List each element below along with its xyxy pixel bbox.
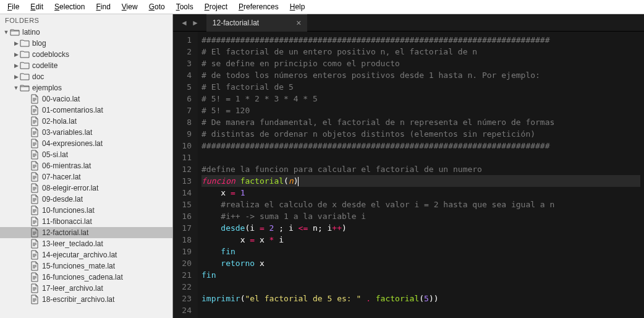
chevron-down-icon[interactable]: ▼ (12, 85, 20, 91)
folder-codeblocks[interactable]: ▶codeblocks (0, 49, 172, 60)
editor-area: ◄ ► 12-factorial.lat × 12345678910111213… (173, 14, 644, 318)
folder-tree: ▼latino▶blog▶codeblocks▶codelite▶doc▼eje… (0, 27, 172, 318)
tree-label: 17-leer_archivo.lat (42, 284, 103, 293)
line-number: 5 (176, 81, 192, 93)
tree-label: 16-funciones_cadena.lat (42, 273, 123, 281)
file-15-funciones_mate-lat[interactable]: 15-funciones_mate.lat (0, 260, 172, 272)
code-line-15[interactable]: #realiza el calculo de x desde el valor … (201, 199, 640, 210)
tree-label: 13-leer_teclado.lat (42, 239, 103, 248)
file-17-leer_archivo-lat[interactable]: 17-leer_archivo.lat (0, 283, 172, 294)
menu-preferences[interactable]: Preferences (234, 1, 284, 12)
file-01-comentarios-lat[interactable]: 01-comentarios.lat (0, 105, 172, 116)
file-00-vacio-lat[interactable]: 00-vacio.lat (0, 93, 172, 105)
code-line-10[interactable]: ########################################… (201, 140, 640, 152)
chevron-right-icon[interactable]: ▶ (12, 62, 20, 69)
line-number: 13 (176, 175, 192, 187)
code-line-11[interactable] (201, 152, 640, 163)
menu-goto[interactable]: Goto (144, 1, 170, 12)
nav-forward-icon[interactable]: ► (192, 19, 199, 27)
code-line-13[interactable]: funcion factorial(n) (201, 175, 640, 187)
code-line-6[interactable]: # 5! = 1 * 2 * 3 * 4 * 5 (201, 93, 640, 105)
editor-body[interactable]: 123456789101112131415161718192021222324 … (173, 32, 644, 318)
file-04-expresiones-lat[interactable]: 04-expresiones.lat (0, 138, 172, 149)
folder-codelite[interactable]: ▶codelite (0, 60, 172, 71)
menu-view[interactable]: View (117, 1, 143, 12)
menu-tools[interactable]: Tools (171, 1, 198, 12)
file-02-hola-lat[interactable]: 02-hola.lat (0, 116, 172, 127)
code-line-18[interactable]: x = x * i (201, 234, 640, 246)
file-12-factorial-lat[interactable]: 12-factorial.lat (0, 227, 172, 238)
file-16-funciones_cadena-lat[interactable]: 16-funciones_cadena.lat (0, 272, 172, 283)
file-18-escribir_archivo-lat[interactable]: 18-escribir_archivo.lat (0, 294, 172, 305)
file-09-desde-lat[interactable]: 09-desde.lat (0, 194, 172, 205)
folder-ejemplos[interactable]: ▼ejemplos (0, 82, 172, 93)
chevron-right-icon[interactable]: ▶ (12, 51, 20, 58)
line-number: 15 (176, 199, 192, 210)
code-line-22[interactable] (201, 281, 640, 293)
file-11-fibonacci-lat[interactable]: 11-fibonacci.lat (0, 216, 172, 227)
code-line-9[interactable]: # distintas de ordenar n objetos distint… (201, 128, 640, 140)
nav-back-icon[interactable]: ◄ (180, 19, 188, 27)
tree-label: doc (32, 72, 44, 81)
line-number: 9 (176, 128, 192, 140)
file-14-ejecutar_archivo-lat[interactable]: 14-ejecutar_archivo.lat (0, 249, 172, 260)
file-icon (30, 228, 40, 238)
file-13-leer_teclado-lat[interactable]: 13-leer_teclado.lat (0, 238, 172, 249)
file-icon (30, 183, 40, 193)
menu-selection[interactable]: Selection (49, 1, 90, 12)
line-number: 14 (176, 187, 192, 199)
line-number: 18 (176, 234, 192, 246)
menu-find[interactable]: Find (91, 1, 115, 12)
file-07-hacer-lat[interactable]: 07-hacer.lat (0, 171, 172, 183)
file-icon (30, 139, 40, 148)
code-line-4[interactable]: # de todos los números enteros positivos… (201, 69, 640, 81)
code-line-1[interactable]: ########################################… (201, 34, 640, 46)
folder-icon (20, 72, 30, 82)
file-icon (30, 217, 40, 226)
close-icon[interactable]: × (296, 18, 301, 28)
tree-label: 01-comentarios.lat (42, 106, 103, 114)
code-line-8[interactable]: # De manera fundamental, el factorial de… (201, 116, 640, 128)
menu-file[interactable]: File (2, 1, 24, 12)
chevron-down-icon[interactable]: ▼ (2, 29, 10, 35)
code-line-19[interactable]: fin (201, 246, 640, 257)
tree-label: 07-hacer.lat (42, 173, 81, 181)
line-number: 22 (176, 281, 192, 293)
menu-edit[interactable]: Edit (25, 1, 48, 12)
menu-help[interactable]: Help (285, 1, 310, 12)
chevron-right-icon[interactable]: ▶ (12, 40, 20, 46)
code-line-5[interactable]: # El factorial de 5 (201, 81, 640, 93)
folder-blog[interactable]: ▶blog (0, 38, 172, 49)
code-line-23[interactable]: imprimir("el factorial de 5 es: " . fact… (201, 293, 640, 304)
file-06-mientras-lat[interactable]: 06-mientras.lat (0, 160, 172, 171)
tree-label: 14-ejecutar_archivo.lat (42, 251, 117, 259)
file-icon (30, 194, 40, 204)
file-icon (30, 205, 40, 215)
file-icon (30, 150, 40, 160)
file-icon (30, 283, 40, 293)
folder-latino[interactable]: ▼latino (0, 27, 172, 38)
line-number: 24 (176, 304, 192, 316)
code-line-3[interactable]: # se define en principio como el product… (201, 58, 640, 69)
code-line-2[interactable]: # El factorial de un entero positivo n, … (201, 46, 640, 58)
file-08-elegir-error-lat[interactable]: 08-elegir-error.lat (0, 183, 172, 194)
folder-doc[interactable]: ▶doc (0, 71, 172, 82)
file-03-variables-lat[interactable]: 03-variables.lat (0, 127, 172, 138)
file-icon (30, 261, 40, 271)
chevron-right-icon[interactable]: ▶ (12, 74, 20, 80)
code-line-21[interactable]: fin (201, 269, 640, 281)
code-line-7[interactable]: # 5! = 120 (201, 105, 640, 116)
file-05-si-lat[interactable]: 05-si.lat (0, 149, 172, 160)
code-line-12[interactable]: #define la funcion para calcular el fact… (201, 163, 640, 175)
tab-active[interactable]: 12-factorial.lat × (206, 14, 308, 32)
code-line-20[interactable]: retorno x (201, 257, 640, 269)
menu-project[interactable]: Project (200, 1, 232, 12)
tree-label: 15-funciones_mate.lat (42, 262, 115, 270)
code-content[interactable]: ########################################… (198, 32, 644, 318)
code-line-24[interactable] (201, 304, 640, 316)
code-line-16[interactable]: #i++ -> suma 1 a la variable i (201, 210, 640, 222)
file-10-funciones-lat[interactable]: 10-funciones.lat (0, 205, 172, 216)
code-line-17[interactable]: desde(i = 2 ; i <= n; i++) (201, 222, 640, 234)
code-line-14[interactable]: x = 1 (201, 187, 640, 199)
tree-label: latino (22, 28, 40, 37)
